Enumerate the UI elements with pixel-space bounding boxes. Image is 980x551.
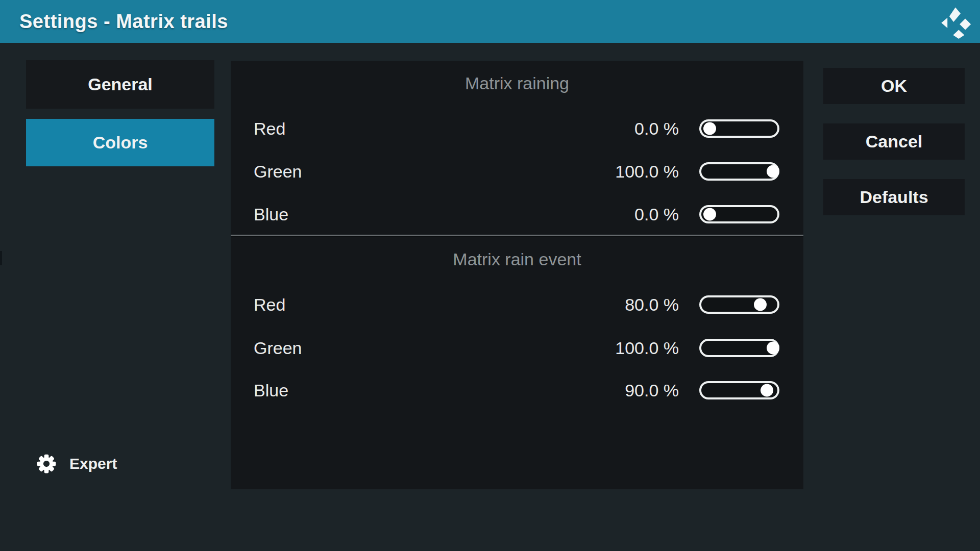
setting-value: 0.0 % xyxy=(536,205,679,224)
ok-button[interactable]: OK xyxy=(823,68,965,104)
setting-row-raining-blue: Blue 0.0 % xyxy=(231,203,803,226)
settings-level-toggle[interactable]: Expert xyxy=(36,452,117,475)
setting-value: 80.0 % xyxy=(536,295,679,315)
button-label: Defaults xyxy=(860,187,928,207)
setting-row-event-blue: Blue 90.0 % xyxy=(231,379,803,402)
sidebar-item-label: General xyxy=(88,74,153,94)
green-slider[interactable] xyxy=(699,339,779,357)
blue-slider[interactable] xyxy=(699,381,779,399)
setting-label: Green xyxy=(254,162,302,182)
slider-knob[interactable] xyxy=(761,384,773,397)
section-title-matrix-rain-event: Matrix rain event xyxy=(231,249,803,269)
setting-value: 100.0 % xyxy=(536,338,679,358)
setting-row-event-red: Red 80.0 % xyxy=(231,293,803,316)
setting-row-raining-green: Green 100.0 % xyxy=(231,160,803,183)
sidebar-item-colors[interactable]: Colors xyxy=(26,119,214,166)
slider-knob[interactable] xyxy=(703,208,716,221)
dialog-title: Settings - Matrix trails xyxy=(19,11,228,33)
setting-value: 90.0 % xyxy=(536,381,679,400)
slider-knob[interactable] xyxy=(767,165,779,178)
setting-label: Green xyxy=(254,338,302,358)
left-edge-marker xyxy=(0,251,2,265)
slider-knob[interactable] xyxy=(767,342,779,355)
setting-label: Red xyxy=(254,119,285,139)
settings-dialog: Settings - Matrix trails General Colors … xyxy=(0,0,980,551)
section-title-matrix-raining: Matrix raining xyxy=(231,73,803,93)
defaults-button[interactable]: Defaults xyxy=(823,179,965,215)
setting-label: Red xyxy=(254,295,285,315)
setting-row-event-green: Green 100.0 % xyxy=(231,337,803,359)
cancel-button[interactable]: Cancel xyxy=(823,123,965,160)
dialog-titlebar: Settings - Matrix trails xyxy=(0,0,980,43)
slider-knob[interactable] xyxy=(703,122,716,135)
green-slider[interactable] xyxy=(699,162,779,181)
red-slider[interactable] xyxy=(699,295,779,314)
red-slider[interactable] xyxy=(699,119,779,138)
kodi-logo-icon xyxy=(937,5,972,39)
section-divider xyxy=(231,235,803,237)
button-label: Cancel xyxy=(866,132,923,152)
gear-icon xyxy=(36,453,57,474)
sidebar-item-label: Colors xyxy=(93,133,148,153)
setting-value: 100.0 % xyxy=(536,162,679,182)
settings-level-label: Expert xyxy=(69,455,117,472)
button-label: OK xyxy=(881,76,907,96)
sidebar-item-general[interactable]: General xyxy=(26,60,214,109)
settings-panel: Matrix raining Red 0.0 % Green 100.0 % B… xyxy=(231,61,803,489)
setting-row-raining-red: Red 0.0 % xyxy=(231,117,803,140)
setting-value: 0.0 % xyxy=(536,119,679,139)
slider-knob[interactable] xyxy=(754,298,767,311)
setting-label: Blue xyxy=(254,205,288,224)
blue-slider[interactable] xyxy=(699,205,779,223)
setting-label: Blue xyxy=(254,381,288,400)
